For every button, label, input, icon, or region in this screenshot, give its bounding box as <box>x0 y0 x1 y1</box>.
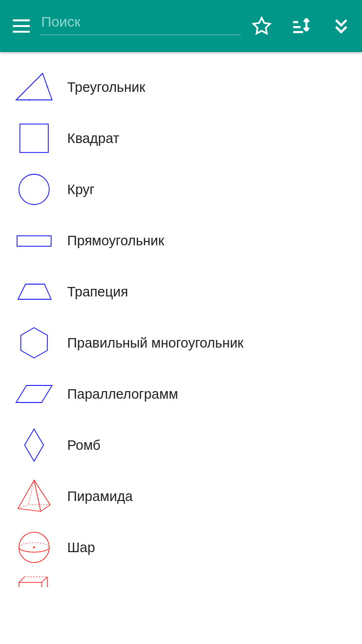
list-item-rectangle[interactable]: Прямоугольник <box>0 215 362 266</box>
star-outline-icon <box>252 16 272 36</box>
svg-rect-1 <box>13 25 30 27</box>
pyramid-icon <box>15 477 53 515</box>
list-item-parallelogram[interactable]: Параллелограмм <box>0 368 362 420</box>
list-item-circle[interactable]: Круг <box>0 164 362 215</box>
list-item-rhombus[interactable]: Ромб <box>0 420 362 471</box>
favorites-button[interactable] <box>250 15 273 37</box>
svg-rect-0 <box>13 19 30 21</box>
svg-point-25 <box>33 546 35 548</box>
rhombus-icon <box>15 426 53 464</box>
search-container <box>40 12 241 35</box>
item-label: Круг <box>67 182 95 197</box>
chevron-double-down-icon <box>332 17 350 35</box>
item-label: Параллелограмм <box>67 386 178 402</box>
svg-rect-2 <box>13 31 30 33</box>
svg-marker-17 <box>25 429 44 461</box>
trapezoid-icon <box>15 273 53 311</box>
triangle-icon <box>15 68 53 106</box>
list-item-triangle[interactable]: Треугольник <box>0 62 362 113</box>
svg-rect-4 <box>293 21 299 23</box>
parallelogram-icon <box>15 375 53 413</box>
item-label: Шар <box>67 540 95 555</box>
appbar-actions <box>250 15 353 37</box>
svg-point-8 <box>29 99 30 101</box>
list-item-sphere[interactable]: Шар <box>0 522 362 573</box>
rectangle-icon <box>15 222 53 259</box>
item-label: Пирамида <box>67 489 133 504</box>
svg-marker-15 <box>21 328 47 358</box>
expand-button[interactable] <box>330 15 353 37</box>
svg-rect-12 <box>17 236 51 246</box>
svg-point-11 <box>19 174 49 205</box>
menu-button[interactable] <box>9 14 33 38</box>
svg-rect-10 <box>20 124 48 152</box>
search-input[interactable] <box>40 12 241 35</box>
svg-line-21 <box>28 480 34 505</box>
cuboid-icon <box>15 573 53 587</box>
item-label: Треугольник <box>67 80 145 95</box>
svg-line-20 <box>41 505 50 511</box>
svg-point-9 <box>47 86 48 88</box>
svg-line-28 <box>19 577 25 582</box>
list-item-polygon[interactable]: Правильный многоугольник <box>0 317 362 368</box>
svg-marker-13 <box>18 284 51 299</box>
item-label: Прямоугольник <box>67 233 164 249</box>
svg-point-14 <box>35 284 36 285</box>
sort-icon <box>291 16 311 36</box>
item-label: Ромб <box>67 438 100 453</box>
list-item-trapezoid[interactable]: Трапеция <box>0 266 362 317</box>
item-label: Правильный многоугольник <box>67 335 244 351</box>
svg-marker-3 <box>254 18 270 34</box>
item-label: Квадрат <box>67 131 119 146</box>
app-bar <box>0 0 362 52</box>
hexagon-icon <box>15 324 53 362</box>
circle-icon <box>15 170 53 208</box>
list-item-pyramid[interactable]: Пирамида <box>0 471 362 522</box>
svg-marker-16 <box>16 385 52 402</box>
item-label: Трапеция <box>67 284 128 300</box>
list-item-cuboid[interactable] <box>0 573 362 587</box>
list-item-square[interactable]: Квадрат <box>0 113 362 164</box>
menu-icon <box>13 19 30 33</box>
svg-line-29 <box>42 577 47 582</box>
svg-rect-5 <box>293 26 301 28</box>
sort-button[interactable] <box>290 15 313 37</box>
shapes-list: Треугольник Квадрат Круг Прямоугольник <box>0 52 362 587</box>
svg-rect-6 <box>293 31 303 33</box>
square-icon <box>15 119 53 157</box>
sphere-icon <box>15 528 53 566</box>
